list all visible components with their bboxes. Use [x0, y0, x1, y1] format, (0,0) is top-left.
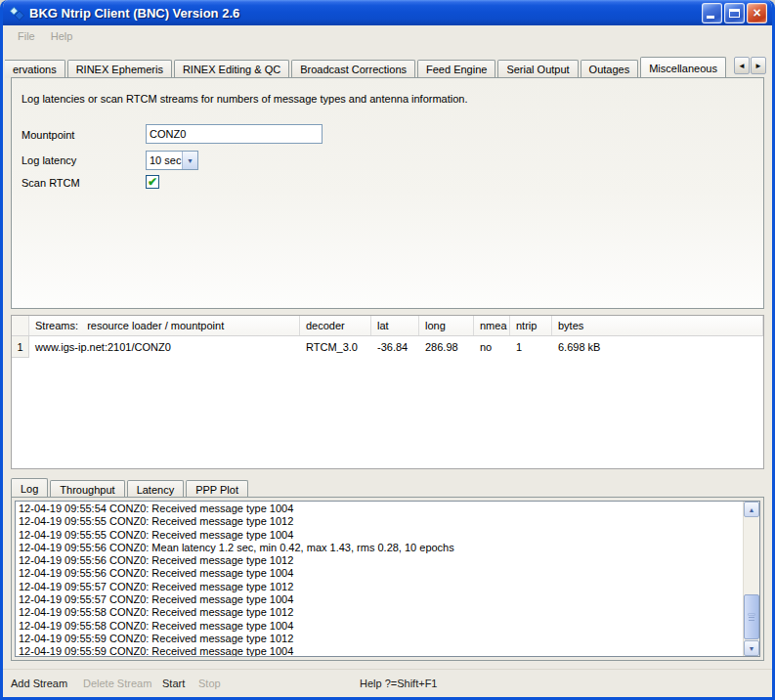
- mountpoint-input[interactable]: [146, 124, 323, 144]
- col-header-decoder[interactable]: decoder: [300, 316, 371, 335]
- log-output[interactable]: 12-04-19 09:55:54 CONZ0: Received messag…: [15, 501, 760, 657]
- col-header-lat[interactable]: lat: [371, 316, 419, 335]
- minimize-icon: [707, 16, 714, 19]
- delete-stream-button[interactable]: Delete Stream: [83, 678, 151, 689]
- log-line: 12-04-19 09:55:55 CONZ0: Received messag…: [19, 515, 741, 528]
- table-row[interactable]: 1 www.igs-ip.net:2101/CONZ0 RTCM_3.0 -36…: [12, 336, 763, 358]
- cell-mountpoint: www.igs-ip.net:2101/CONZ0: [29, 336, 300, 358]
- cell-nmea: no: [474, 336, 510, 358]
- minimize-button[interactable]: [702, 3, 722, 23]
- cell-bytes: 6.698 kB: [552, 336, 763, 358]
- tab-scroll-left-button[interactable]: ◄: [734, 57, 750, 74]
- tab-throughput[interactable]: Throughput: [50, 480, 124, 498]
- tab-rinex-editing-qc[interactable]: RINEX Editing & QC: [174, 60, 289, 78]
- log-line: 12-04-19 09:55:56 CONZ0: Received messag…: [19, 567, 741, 580]
- titlebar[interactable]: BKG Ntrip Client (BNC) Version 2.6 ×: [3, 0, 772, 25]
- tab-feed-engine[interactable]: Feed Engine: [417, 60, 495, 78]
- scan-rtcm-label: Scan RTCM: [22, 177, 80, 189]
- close-icon: ×: [753, 6, 760, 20]
- log-latency-label: Log latency: [22, 154, 76, 166]
- tab-rinex-ephemeris[interactable]: RINEX Ephemeris: [67, 60, 172, 78]
- app-icon[interactable]: [9, 5, 24, 21]
- tab-serial-output[interactable]: Serial Output: [497, 60, 578, 78]
- log-scrollbar[interactable]: ▲ ▼: [743, 502, 759, 656]
- settings-tabstrip: ervations RINEX Ephemeris RINEX Editing …: [5, 56, 766, 78]
- col-header-ntrip[interactable]: ntrip: [510, 316, 552, 335]
- row-number: 1: [12, 336, 29, 358]
- streams-table-header: Streams: resource loader / mountpoint de…: [12, 316, 763, 336]
- check-icon: ✔: [148, 176, 157, 188]
- tab-observations[interactable]: ervations: [5, 60, 65, 78]
- scan-rtcm-checkbox[interactable]: ✔: [146, 175, 159, 189]
- scroll-down-button[interactable]: ▼: [744, 640, 759, 656]
- window-controls: ×: [702, 3, 767, 23]
- bnc-diamonds-icon: [10, 6, 24, 21]
- add-stream-button[interactable]: Add Stream: [11, 678, 67, 689]
- tab-latency[interactable]: Latency: [127, 480, 185, 498]
- log-line: 12-04-19 09:55:58 CONZ0: Received messag…: [19, 606, 741, 619]
- col-header-nmea[interactable]: nmea: [474, 316, 510, 335]
- cell-long: 286.98: [419, 336, 474, 358]
- log-line: 12-04-19 09:55:59 CONZ0: Received messag…: [19, 645, 741, 657]
- miscellaneous-panel: Log latencies or scan RTCM streams for n…: [11, 77, 764, 309]
- menu-help[interactable]: Help: [43, 27, 81, 45]
- cell-decoder: RTCM_3.0: [300, 336, 371, 358]
- col-header-mountpoint[interactable]: Streams: resource loader / mountpoint: [29, 316, 300, 335]
- tab-scroll-right-button[interactable]: ►: [751, 57, 766, 74]
- log-lines: 12-04-19 09:55:54 CONZ0: Received messag…: [19, 503, 741, 657]
- bnc-window: BKG Ntrip Client (BNC) Version 2.6 × Fil…: [0, 0, 775, 700]
- tab-ppp-plot[interactable]: PPP Plot: [186, 480, 248, 498]
- tab-scroll-buttons: ◄ ►: [733, 57, 766, 74]
- stop-button[interactable]: Stop: [198, 678, 221, 689]
- output-tabstrip: Log Throughput Latency PPP Plot: [11, 477, 250, 498]
- mountpoint-label: Mountpoint: [22, 129, 74, 141]
- log-line: 12-04-19 09:55:59 CONZ0: Received messag…: [19, 633, 741, 645]
- tab-miscellaneous[interactable]: Miscellaneous: [640, 57, 726, 79]
- log-line: 12-04-19 09:55:55 CONZ0: Received messag…: [19, 529, 741, 542]
- maximize-button[interactable]: [724, 3, 745, 23]
- cell-ntrip: 1: [510, 336, 552, 358]
- menu-file[interactable]: File: [10, 27, 43, 45]
- menubar: File Help: [3, 25, 772, 47]
- tab-log[interactable]: Log: [11, 478, 48, 499]
- scrollbar-thumb[interactable]: [744, 594, 759, 639]
- log-latency-value: 10 sec: [147, 152, 182, 169]
- col-header-long[interactable]: long: [419, 316, 474, 335]
- log-line: 12-04-19 09:55:56 CONZ0: Received messag…: [19, 554, 741, 567]
- maximize-icon: [729, 9, 740, 18]
- row-header-corner[interactable]: [12, 316, 29, 335]
- tab-outages[interactable]: Outages: [581, 60, 639, 78]
- log-line: 12-04-19 09:55:57 CONZ0: Received messag…: [19, 593, 741, 606]
- help-hint: Help ?=Shift+F1: [360, 678, 438, 689]
- log-panel: 12-04-19 09:55:54 CONZ0: Received messag…: [11, 497, 764, 661]
- panel-description: Log latencies or scan RTCM streams for n…: [22, 93, 468, 105]
- log-line: 12-04-19 09:55:57 CONZ0: Received messag…: [19, 581, 741, 593]
- log-latency-select[interactable]: 10 sec ▼: [146, 151, 198, 170]
- scroll-up-button[interactable]: ▲: [744, 502, 759, 517]
- log-line: 12-04-19 09:55:56 CONZ0: Mean latency 1.…: [19, 542, 741, 554]
- log-line: 12-04-19 09:55:54 CONZ0: Received messag…: [19, 503, 741, 515]
- action-bar: Add Stream Delete Stream Start Stop Help…: [3, 669, 772, 697]
- dropdown-arrow-icon[interactable]: ▼: [182, 152, 197, 169]
- window-title: BKG Ntrip Client (BNC) Version 2.6: [29, 6, 697, 21]
- start-button[interactable]: Start: [162, 678, 185, 689]
- cell-lat: -36.84: [371, 336, 419, 358]
- close-button[interactable]: ×: [747, 3, 767, 23]
- log-line: 12-04-19 09:55:58 CONZ0: Received messag…: [19, 620, 741, 633]
- col-header-bytes[interactable]: bytes: [552, 316, 763, 335]
- streams-table: Streams: resource loader / mountpoint de…: [11, 315, 764, 469]
- tab-broadcast-corrections[interactable]: Broadcast Corrections: [291, 60, 415, 78]
